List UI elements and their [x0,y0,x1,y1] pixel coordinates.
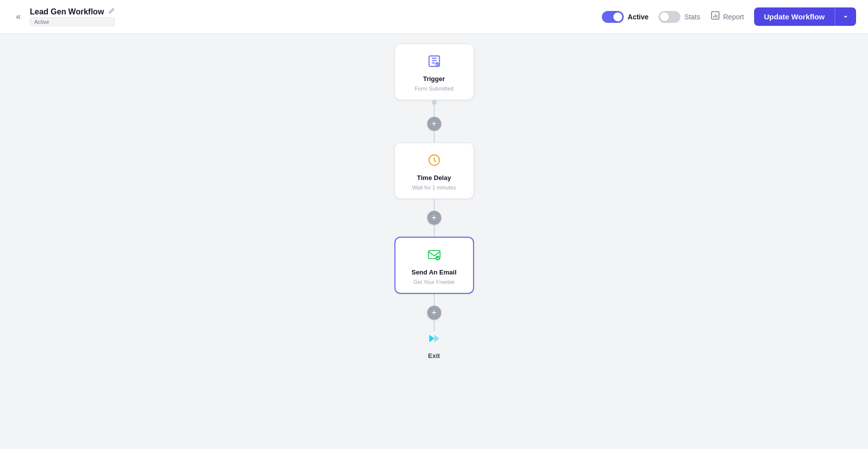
status-badge: Active [30,17,115,26]
trigger-title: Trigger [423,75,445,83]
exit-node[interactable]: Exit [427,332,442,359]
report-button[interactable]: Report [710,10,744,23]
update-workflow-label: Update Workflow [754,7,835,26]
exit-icon [427,332,442,350]
time-delay-icon [427,153,441,170]
workflow-title: Lead Gen Workflow [30,7,115,16]
workflow-title-group: Lead Gen Workflow Active [30,7,115,26]
back-button[interactable]: « [12,9,25,24]
update-workflow-button[interactable]: Update Workflow [754,7,856,26]
add-step-button-3[interactable]: + [427,306,441,320]
svg-point-5 [435,256,440,260]
time-delay-title: Time Delay [417,174,451,181]
send-email-subtitle: Get Your Freebie [413,279,455,285]
trigger-node[interactable]: Trigger Form Submitted [394,44,474,100]
send-email-node[interactable]: Send An Email Get Your Freebie [394,237,474,294]
stats-label: Stats [684,13,700,21]
connector-line-1 [434,105,435,117]
header: « Lead Gen Workflow Active Active [0,0,868,34]
time-delay-subtitle: Wait for 1 minutes [412,184,456,190]
report-icon [710,10,720,23]
connector-line-4 [434,225,435,237]
report-label: Report [723,13,744,21]
active-toggle-group: Active [602,11,649,23]
header-right: Active Stats Report Update Workflow [602,7,856,26]
add-step-button-1[interactable]: + [427,117,441,131]
send-email-icon [427,248,441,265]
exit-label: Exit [428,352,440,359]
connector-line-6 [434,320,435,332]
connector-line-2 [434,131,435,143]
chevron-left-icon: « [16,11,21,22]
connector-line-3 [434,199,435,211]
trigger-icon [427,54,441,71]
send-email-title: Send An Email [411,269,457,276]
stats-toggle[interactable] [659,11,680,23]
active-label: Active [628,13,649,21]
workflow-title-text: Lead Gen Workflow [30,7,104,16]
active-toggle[interactable] [602,11,624,23]
connector-dot-1 [432,100,437,105]
stats-toggle-group: Stats [659,11,700,23]
header-left: « Lead Gen Workflow Active [12,7,602,26]
workflow-diagram: Trigger Form Submitted + Time Delay Wait… [394,44,474,359]
workflow-canvas: Trigger Form Submitted + Time Delay Wait… [0,34,868,449]
update-workflow-arrow-icon [835,8,856,25]
edit-icon[interactable] [108,7,115,16]
add-step-button-2[interactable]: + [427,211,441,225]
trigger-subtitle: Form Submitted [414,86,453,91]
time-delay-node[interactable]: Time Delay Wait for 1 minutes [394,143,474,199]
connector-line-5 [434,294,435,306]
